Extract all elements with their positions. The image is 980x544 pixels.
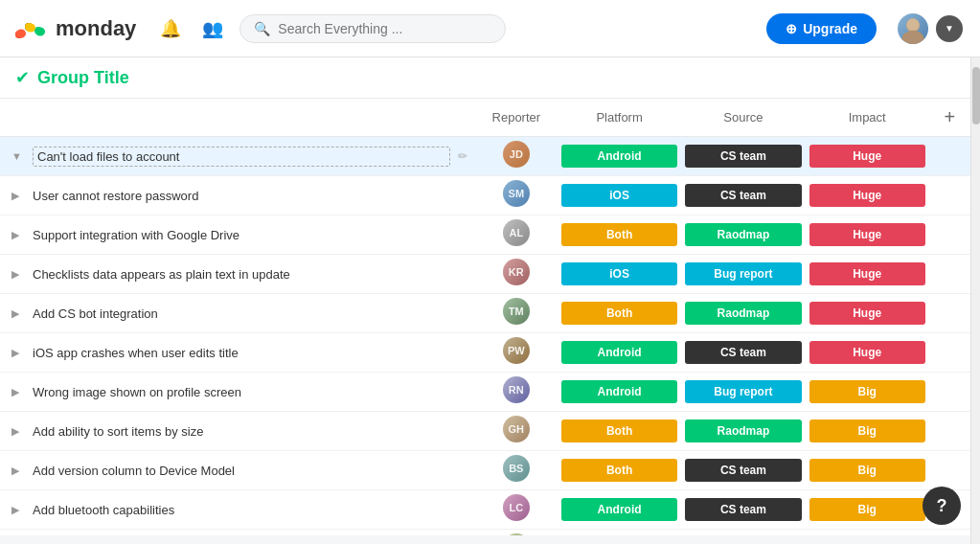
platform-cell[interactable]: iOS <box>558 255 681 294</box>
platform-cell[interactable]: Android <box>558 373 681 412</box>
task-name[interactable]: iOS app crashes when user edits title <box>33 346 467 360</box>
platform-cell[interactable]: Android <box>558 333 681 373</box>
row-expand-arrow[interactable]: ▶ <box>11 307 25 320</box>
group-title[interactable]: Group Title <box>37 68 129 88</box>
impact-cell[interactable]: Huge <box>806 333 929 373</box>
scrollbar-thumb[interactable] <box>972 67 980 125</box>
source-cell[interactable]: Raodmap <box>681 294 805 333</box>
source-cell[interactable]: Raodmap <box>681 530 805 536</box>
search-icon: 🔍 <box>254 21 270 36</box>
group-toggle-icon[interactable]: ✔ <box>15 67 30 88</box>
task-name[interactable]: Add ability to sort items by size <box>33 424 467 439</box>
row-expand-arrow[interactable]: ▶ <box>11 425 25 438</box>
platform-cell[interactable]: Both <box>558 215 681 255</box>
platform-cell[interactable]: Both <box>558 412 681 451</box>
source-cell[interactable]: Bug report <box>681 373 805 412</box>
top-header: monday 🔔 👥 🔍 ⊕ Upgrade ▼ <box>0 0 980 57</box>
upgrade-label: Upgrade <box>803 21 857 36</box>
reporter-cell: BS <box>475 451 558 490</box>
platform-badge: Both <box>561 459 677 482</box>
platform-cell[interactable]: Android <box>558 137 681 176</box>
impact-cell[interactable]: Huge <box>806 255 929 294</box>
row-expand-arrow[interactable]: ▶ <box>11 465 25 477</box>
impact-cell[interactable]: Big <box>806 373 929 412</box>
search-input[interactable] <box>278 21 491 36</box>
impact-badge: Huge <box>809 302 925 325</box>
impact-cell[interactable]: Big <box>806 490 929 530</box>
impact-cell[interactable]: Big <box>806 451 929 490</box>
row-expand-arrow[interactable]: ▼ <box>11 150 25 162</box>
row-expand-arrow[interactable]: ▶ <box>11 347 25 359</box>
impact-cell[interactable]: Mediocre <box>806 530 929 536</box>
source-cell[interactable]: CS team <box>681 137 805 176</box>
platform-cell[interactable]: iOS <box>558 176 681 215</box>
avatar[interactable] <box>896 11 930 46</box>
reporter-cell: LC <box>475 490 558 530</box>
source-cell[interactable]: CS team <box>681 333 805 373</box>
task-name[interactable]: Add version column to Device Model <box>33 464 467 478</box>
impact-cell[interactable]: Huge <box>806 176 929 215</box>
add-column-button[interactable]: + <box>941 106 959 128</box>
row-expand-arrow[interactable]: ▶ <box>11 386 25 398</box>
col-header-task <box>0 99 475 137</box>
team-icon[interactable]: 👥 <box>197 13 228 44</box>
notifications-icon[interactable]: 🔔 <box>155 13 186 44</box>
platform-cell[interactable]: Android <box>558 490 681 530</box>
user-avatar-group: ▼ <box>896 11 965 46</box>
source-cell[interactable]: Raodmap <box>681 412 805 451</box>
task-name[interactable]: Can't load files to account <box>33 147 450 167</box>
impact-badge: Big <box>809 380 925 403</box>
help-button[interactable]: ? <box>923 487 961 525</box>
impact-cell[interactable]: Huge <box>806 215 929 255</box>
impact-badge: Huge <box>809 184 925 207</box>
source-cell[interactable]: Bug report <box>681 255 805 294</box>
edit-icon[interactable]: ✏ <box>458 149 467 163</box>
source-cell[interactable]: CS team <box>681 490 805 530</box>
platform-cell[interactable]: Both <box>558 451 681 490</box>
impact-badge: Huge <box>809 341 925 364</box>
svg-point-5 <box>16 29 26 37</box>
platform-badge: Both <box>561 223 677 246</box>
content-area: ✔ Group Title Reporter Platform Source I… <box>0 57 970 544</box>
source-badge: Raodmap <box>685 419 801 442</box>
source-badge: Bug report <box>685 262 801 285</box>
table-row: ▶Add bluetooth capabilitiesLCAndroidCS t… <box>0 490 970 530</box>
reporter-avatar: AL <box>503 219 530 246</box>
row-expand-arrow[interactable]: ▶ <box>11 229 25 241</box>
task-name[interactable]: Support integration with Google Drive <box>33 228 467 242</box>
row-expand-arrow[interactable]: ▶ <box>11 268 25 281</box>
upgrade-button[interactable]: ⊕ Upgrade <box>766 13 877 44</box>
task-table-container: Reporter Platform Source Impact + ▼Can't… <box>0 99 970 535</box>
source-cell[interactable]: CS team <box>681 176 805 215</box>
platform-badge: iOS <box>561 184 677 207</box>
task-name[interactable]: Add CS bot integration <box>33 306 467 321</box>
row-expand-arrow[interactable]: ▶ <box>11 504 25 516</box>
avatar-chevron[interactable]: ▼ <box>934 13 965 44</box>
scrollbar[interactable] <box>970 57 980 544</box>
source-cell[interactable]: Raodmap <box>681 215 805 255</box>
task-name[interactable]: Add bluetooth capabilities <box>33 503 467 517</box>
platform-cell[interactable]: Both <box>558 294 681 333</box>
search-bar[interactable]: 🔍 <box>239 14 506 43</box>
platform-cell[interactable]: iOS <box>558 530 681 536</box>
platform-badge: Android <box>561 341 677 364</box>
source-cell[interactable]: CS team <box>681 451 805 490</box>
logo[interactable]: monday <box>15 16 136 41</box>
row-add-cell <box>929 137 970 176</box>
reporter-avatar: PW <box>503 337 530 364</box>
task-name[interactable]: Wrong image shown on profile screen <box>33 385 467 399</box>
col-header-add: + <box>929 99 970 137</box>
table-row: ▶Add ability to sort items by sizeGHBoth… <box>0 412 970 451</box>
monday-logo-icon <box>15 17 50 40</box>
group-header: ✔ Group Title <box>0 57 970 99</box>
row-add-cell <box>929 294 970 333</box>
task-name[interactable]: User cannot restore password <box>33 189 467 203</box>
impact-cell[interactable]: Huge <box>806 294 929 333</box>
task-name[interactable]: Checklists data appears as plain text in… <box>33 267 467 282</box>
reporter-avatar: JD <box>503 141 530 168</box>
impact-cell[interactable]: Big <box>806 412 929 451</box>
col-header-platform: Platform <box>558 99 681 137</box>
impact-cell[interactable]: Huge <box>806 137 929 176</box>
row-expand-arrow[interactable]: ▶ <box>11 190 25 202</box>
platform-badge: Android <box>561 145 677 168</box>
